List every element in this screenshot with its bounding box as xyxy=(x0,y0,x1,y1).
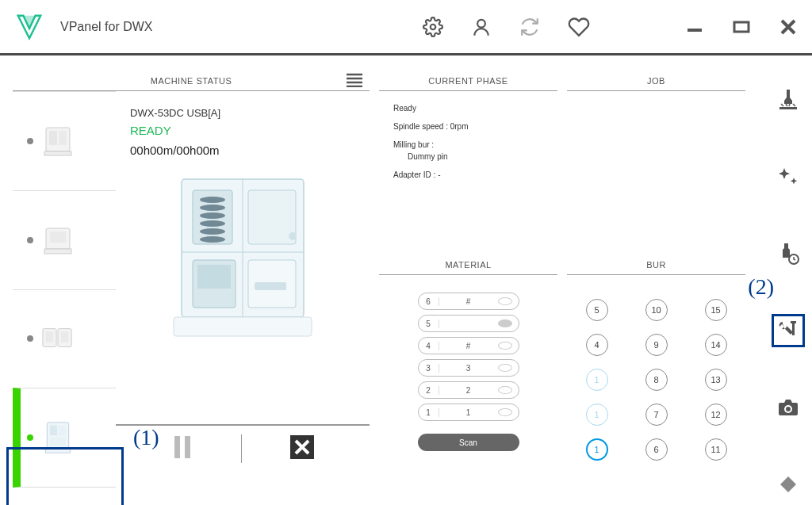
machine-item-3[interactable] xyxy=(13,289,116,388)
svg-point-26 xyxy=(200,212,225,219)
svg-rect-33 xyxy=(197,265,231,289)
bur-slot[interactable]: 1 xyxy=(586,404,608,426)
material-index: 4 xyxy=(419,342,439,350)
bur-slot[interactable]: 12 xyxy=(705,404,727,426)
disc-icon xyxy=(498,297,512,305)
material-index: 3 xyxy=(419,364,439,373)
machine-info: DWX-53DC USB[A] READY 00h00m/00h00m xyxy=(116,91,370,488)
material-value: 3 xyxy=(439,364,498,373)
svg-rect-37 xyxy=(174,436,180,458)
bur-slot[interactable]: 11 xyxy=(705,438,727,461)
machine-status-header: MACHINE STATUS xyxy=(151,76,232,86)
bur-slot[interactable]: 13 xyxy=(705,369,727,391)
disc-icon xyxy=(498,408,512,416)
phase-milling: Milling bur : xyxy=(393,139,543,151)
bur-slot[interactable]: 8 xyxy=(645,369,668,391)
svg-rect-43 xyxy=(791,321,796,323)
svg-rect-36 xyxy=(174,317,312,336)
machine-item-4-selected[interactable] xyxy=(13,388,116,488)
mill-icon[interactable] xyxy=(772,83,805,117)
machine-item-2[interactable] xyxy=(13,190,116,289)
bur-slot[interactable]: 7 xyxy=(645,404,668,426)
maximize-icon[interactable] xyxy=(732,17,751,36)
svg-point-1 xyxy=(477,19,485,27)
disc-icon xyxy=(498,319,512,327)
svg-point-24 xyxy=(200,197,225,203)
drill-time-icon[interactable] xyxy=(772,237,805,270)
svg-rect-17 xyxy=(59,426,66,436)
material-value: # xyxy=(439,342,498,350)
machine-status-panel: MACHINE STATUS xyxy=(13,68,370,490)
pause-button[interactable] xyxy=(171,434,193,463)
close-icon[interactable] xyxy=(779,17,798,36)
status-dot xyxy=(27,138,33,144)
camera-icon[interactable] xyxy=(772,391,805,424)
phase-adapter: Adapter ID : - xyxy=(393,169,543,181)
machine-thumb-icon xyxy=(41,224,75,257)
machine-item-1[interactable] xyxy=(13,91,116,190)
machine-thumb-icon xyxy=(41,322,75,355)
disc-icon xyxy=(498,364,512,372)
material-index: 6 xyxy=(419,297,439,306)
svg-rect-14 xyxy=(61,332,69,342)
disc-icon xyxy=(498,386,512,394)
bur-slot[interactable]: 14 xyxy=(705,334,727,356)
phase-header: CURRENT PHASE xyxy=(428,76,508,86)
bur-slot[interactable]: 4 xyxy=(586,334,608,356)
svg-rect-7 xyxy=(44,151,71,155)
svg-rect-10 xyxy=(44,249,71,254)
phase-milling-sub: Dummy pin xyxy=(393,151,543,163)
diamond-icon[interactable] xyxy=(772,468,805,501)
material-row[interactable]: 4# xyxy=(418,337,519,354)
material-row[interactable]: 22 xyxy=(418,381,519,399)
right-rail xyxy=(764,55,812,505)
tools-icon[interactable] xyxy=(772,314,805,347)
material-row[interactable]: 6# xyxy=(418,293,519,310)
material-row[interactable]: 11 xyxy=(418,404,519,421)
bur-panel: BUR 510154914181317121611 (2) xyxy=(567,252,745,490)
stop-button[interactable] xyxy=(289,434,315,463)
svg-point-31 xyxy=(289,232,297,240)
status-dot-active xyxy=(27,434,33,441)
bur-slot[interactable]: 1 xyxy=(586,438,608,461)
svg-rect-18 xyxy=(50,437,66,446)
bur-slot[interactable]: 1 xyxy=(586,369,608,391)
sparkle-icon[interactable] xyxy=(772,160,805,193)
svg-point-46 xyxy=(786,407,791,411)
material-value: # xyxy=(439,297,498,306)
current-phase-panel: CURRENT PHASE Ready Spindle speed : 0rpm… xyxy=(379,68,557,243)
bur-slot[interactable]: 10 xyxy=(645,299,668,321)
machine-large-image xyxy=(167,173,318,343)
svg-rect-16 xyxy=(50,426,57,436)
material-index: 2 xyxy=(419,386,439,395)
refresh-icon[interactable] xyxy=(519,17,540,37)
menu-icon[interactable] xyxy=(346,73,363,89)
svg-point-29 xyxy=(200,236,225,243)
material-index: 1 xyxy=(419,408,439,417)
bur-slot[interactable]: 6 xyxy=(645,438,668,461)
svg-point-25 xyxy=(200,205,225,211)
svg-rect-35 xyxy=(255,282,286,290)
settings-icon[interactable] xyxy=(423,17,443,37)
bur-slot[interactable]: 15 xyxy=(705,299,727,321)
svg-point-0 xyxy=(431,24,436,29)
job-header: JOB xyxy=(647,76,665,86)
minimize-icon[interactable] xyxy=(685,17,704,36)
svg-rect-9 xyxy=(50,231,66,243)
bur-slot[interactable]: 5 xyxy=(586,299,608,321)
status-dot xyxy=(27,237,33,243)
bur-slot[interactable]: 9 xyxy=(645,334,668,356)
material-row[interactable]: 33 xyxy=(418,359,519,377)
user-icon[interactable] xyxy=(471,17,492,37)
status-dot xyxy=(27,335,33,342)
svg-rect-30 xyxy=(248,190,296,244)
material-value: 1 xyxy=(439,408,498,417)
scan-button[interactable]: Scan xyxy=(418,434,519,451)
material-row[interactable]: 5 xyxy=(418,315,519,332)
material-header: MATERIAL xyxy=(445,260,491,270)
heart-icon[interactable] xyxy=(568,16,590,38)
svg-rect-38 xyxy=(185,436,190,458)
svg-rect-3 xyxy=(734,22,749,32)
material-index: 5 xyxy=(419,319,439,328)
material-panel: MATERIAL 6#54#332211Scan xyxy=(379,252,557,490)
